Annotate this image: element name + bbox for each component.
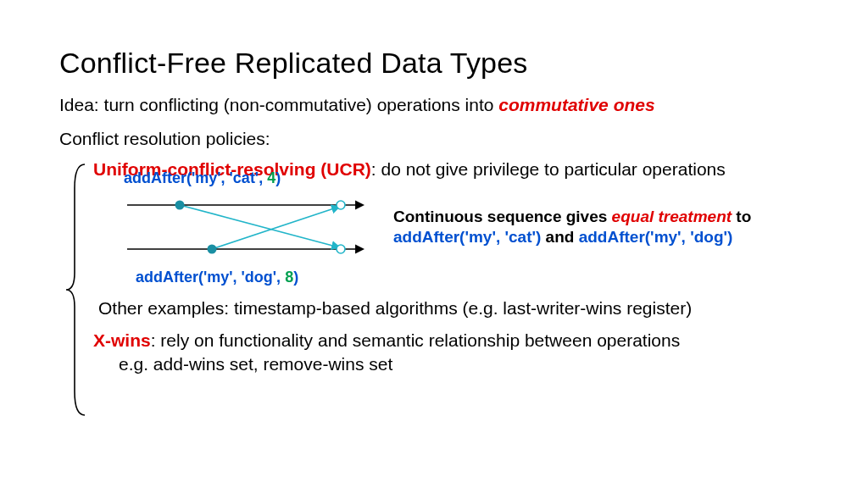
ucr-rest: : do not give privilege to particular op… (371, 159, 726, 179)
slide: Conflict-Free Replicated Data Types Idea… (0, 0, 868, 488)
xwins-line: X-wins: rely on functionality and semant… (93, 330, 817, 351)
crdt-diagram: addAfter('my', 'cat', 4) (119, 188, 373, 266)
diagram-label-top: addAfter('my', 'cat', 4) (124, 169, 281, 187)
diag-top-post: ) (275, 169, 281, 186)
caption-a: Continuous sequence gives (393, 208, 612, 225)
diag-bot-pre: addAfter('my', 'dog', (136, 269, 285, 286)
caption-emph: equal treatment (612, 208, 732, 225)
diag-bot-post: ) (293, 269, 298, 286)
caption-b: to (732, 208, 751, 225)
curly-brace-icon (64, 163, 90, 417)
caption-c1: addAfter('my', 'cat') (393, 228, 541, 246)
idea-emphasis: commutative ones (498, 95, 654, 114)
diagram-svg (119, 188, 373, 266)
receive-dot-bottom (337, 245, 345, 253)
event-dot-top (175, 201, 185, 210)
idea-line: Idea: turn conflicting (non-commutative)… (59, 95, 817, 115)
receive-dot-top (337, 201, 345, 209)
caption-and: and (541, 228, 578, 246)
diagram-row: addAfter('my', 'cat', 4) (119, 188, 817, 266)
other-examples: Other examples: timestamp-based algorith… (98, 298, 817, 319)
policies-heading: Conflict resolution policies: (59, 129, 817, 149)
caption-c2: addAfter('my', 'dog') (579, 228, 733, 246)
diag-bot-num: 8 (285, 269, 293, 286)
policies-body: Uniform-conflict-resolving (UCR): do not… (93, 159, 817, 374)
xwins-label: X-wins (93, 330, 151, 350)
diag-top-pre: addAfter('my', 'cat', (124, 169, 267, 186)
slide-title: Conflict-Free Replicated Data Types (59, 47, 817, 80)
diagram-label-bottom: addAfter('my', 'dog', 8) (136, 269, 298, 286)
event-dot-bottom (208, 245, 217, 254)
xwins-rest: : rely on functionality and semantic rel… (151, 330, 681, 350)
idea-prefix: Idea: turn conflicting (non-commutative)… (59, 95, 498, 114)
diagram-caption: Continuous sequence gives equal treatmen… (393, 207, 766, 247)
diag-top-num: 4 (267, 169, 275, 186)
xwins-example: e.g. add-wins set, remove-wins set (119, 354, 817, 374)
cross-arrow-down (180, 205, 339, 247)
